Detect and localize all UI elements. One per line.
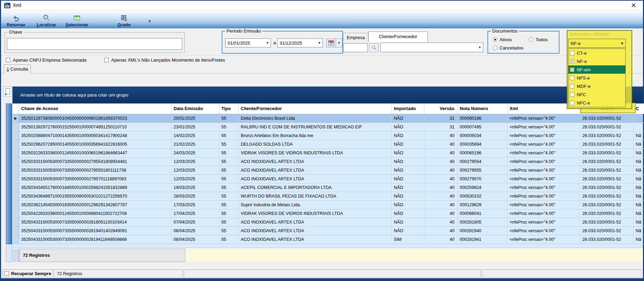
date-from-field[interactable]: 01/01/2025 ▼ xyxy=(225,38,271,47)
column-header-chave-de-acesso[interactable]: Chave de Acesso xyxy=(19,103,171,114)
calendar-button[interactable]: 30 xyxy=(326,38,336,47)
table-row[interactable]: 3525042263333600012455001000066041150272… xyxy=(12,209,643,218)
grid-icon xyxy=(120,14,128,22)
table-cell xyxy=(634,123,644,132)
table-row[interactable]: 3525043315005300073355000000281940140284… xyxy=(12,227,643,235)
table-cell: 26.033.020/0001-52 xyxy=(580,175,634,183)
chave-input[interactable] xyxy=(7,38,182,50)
magnifier-icon xyxy=(43,14,50,22)
modelo-option-mdf-e[interactable]: MDF-e xyxy=(568,82,625,90)
table-row[interactable]: 3525033315005300073355000000279570111889… xyxy=(12,175,643,183)
vertical-scrollbar[interactable] xyxy=(6,103,12,244)
search-button[interactable] xyxy=(369,43,378,52)
table-cell: 3525033315005300073355000000279570111889… xyxy=(19,175,171,183)
modelo-option-nf-e[interactable]: ✓NF-e xyxy=(568,57,625,65)
table-row[interactable]: 3525032263333600012455001000065196186466… xyxy=(12,149,643,157)
row-indicator xyxy=(12,235,19,244)
table-cell: 3525043315005300073355000000281805113010… xyxy=(19,218,171,227)
table-row[interactable]: 3525020888047100014355001000005034141790… xyxy=(12,132,643,140)
table-cell: 26.033.020/0001-52 xyxy=(580,209,634,218)
tab-cliente-fornecedor[interactable]: Cliente/Fornecedor xyxy=(368,31,428,42)
checkbox-icon[interactable] xyxy=(570,92,574,97)
table-cell: 55 xyxy=(219,235,239,244)
table-cell: <nfeProc versao="4.00" xyxy=(508,175,580,183)
modelo-option-nf-em[interactable]: NF-em xyxy=(568,65,625,74)
cliente-combo[interactable]: ▼ xyxy=(380,43,483,52)
table-cell: NÃO xyxy=(392,140,424,149)
chevron-down-icon[interactable]: ▼ xyxy=(264,41,271,45)
checkbox-icon[interactable] xyxy=(570,101,574,105)
modelo-option-nfs-e[interactable]: NFS-e xyxy=(568,74,625,82)
table-row[interactable]: 3525029620729500014055001000035694182281… xyxy=(12,140,643,149)
modelo-option-nfc[interactable]: NFC xyxy=(568,90,625,99)
table-cell: ACEPIL COMERCIAL E IMPORTADORA LTDA xyxy=(239,183,392,192)
radio-ativos[interactable]: Ativos xyxy=(493,37,512,42)
column-header-versao[interactable]: Versão xyxy=(424,103,458,114)
table-row[interactable]: ▶352501287380800001045500000006018618583… xyxy=(12,114,643,123)
radio-icon[interactable] xyxy=(529,37,533,42)
checkbox-icon[interactable] xyxy=(6,58,10,62)
table-cell: NÃO xyxy=(392,175,424,183)
tab-consulta[interactable]: 1 Consulta xyxy=(4,64,31,74)
table-row[interactable]: 3525043315005300073355000000281941164950… xyxy=(12,235,643,244)
empresa-code-input[interactable] xyxy=(343,43,368,52)
table-cell: 12/03/2025 xyxy=(171,175,219,183)
checkbox-icon[interactable] xyxy=(5,271,9,276)
selecionar-button[interactable]: Selecionar xyxy=(65,14,88,27)
checkbox-icon[interactable] xyxy=(570,67,574,72)
checkbox-apenas-xml[interactable]: Apenas XML's Não Lançados Movimento de I… xyxy=(104,57,225,63)
table-row[interactable]: 3525033315005300073355000000279555180111… xyxy=(12,166,643,175)
modelo-combo[interactable]: NF-e ▼ xyxy=(568,39,626,48)
calendar-dropdown-button[interactable]: ▼ xyxy=(336,38,342,47)
table-cell: 14/02/2025 xyxy=(171,132,219,140)
checkbox-apenas-xml-label: Apenas XML's Não Lançados Movimento de I… xyxy=(111,57,225,63)
table-row[interactable]: 3525013929727900015255001000007495125011… xyxy=(12,123,643,132)
table-cell: ACO INOXIDAVEL ARTEX LTDA xyxy=(239,166,392,175)
table-row[interactable]: 3525034345517900018455001000259824155183… xyxy=(12,183,643,192)
column-header-nota-numero[interactable]: Nota Número xyxy=(458,103,508,114)
chevron-down-icon[interactable]: ▼ xyxy=(619,42,625,45)
table-cell: ACO INOXIDAVEL ARTEX LTDA xyxy=(239,235,392,244)
radio-icon[interactable] xyxy=(493,37,497,42)
radio-todos[interactable]: Todos xyxy=(529,37,548,42)
column-header-tipo[interactable]: Tipo xyxy=(219,103,239,114)
column-header-cliente-fornecedor[interactable]: Cliente/Fornecedor xyxy=(239,103,392,114)
radio-cancelados[interactable]: Cancelados xyxy=(493,45,523,51)
tab-empresa[interactable]: Empresa xyxy=(343,33,368,42)
checkbox-icon[interactable] xyxy=(570,84,574,89)
checkbox-icon[interactable]: ✓ xyxy=(570,59,574,64)
checkbox-icon[interactable] xyxy=(570,76,574,80)
chevron-down-icon[interactable]: ▼ xyxy=(316,41,323,45)
grade-button[interactable]: Grade xyxy=(113,14,135,27)
table-row[interactable]: 3525036214545300016355002000129629134260… xyxy=(12,201,643,209)
column-header-c[interactable]: C xyxy=(634,103,644,114)
table-row[interactable]: 3525043315005300073355000000281805113010… xyxy=(12,218,643,227)
column-header-importado[interactable]: Importado xyxy=(392,103,424,114)
modelo-option-ct-e[interactable]: CT-e xyxy=(568,49,625,57)
grid-customize-button[interactable] xyxy=(3,87,12,97)
group-by-band[interactable]: Arraste um título de coluna aqui para cr… xyxy=(12,87,643,103)
radio-icon[interactable] xyxy=(493,46,497,50)
table-cell: <nfeProc versao="4.00" xyxy=(508,166,580,175)
checkbox-icon[interactable] xyxy=(570,51,574,55)
table-cell: NÃO xyxy=(392,132,424,140)
table-row[interactable]: 3525034364897100015555008000530102127225… xyxy=(12,192,643,201)
table-cell: NÃO xyxy=(392,149,424,157)
checkbox-apenas-cnpj[interactable]: Apenas CNPJ Empresa Selecionada xyxy=(6,57,86,63)
localizar-button[interactable]: Localizar xyxy=(35,14,58,27)
table-cell: 40 xyxy=(424,183,458,192)
toolbar-dropdown-icon[interactable]: ▼ xyxy=(148,19,151,23)
recuperar-sempre-checkbox[interactable]: Recuperar Sempre xyxy=(2,269,53,278)
retornar-button[interactable]: Retornar xyxy=(5,14,27,27)
modelo-option-nfc-e[interactable]: NFC-e xyxy=(568,99,625,107)
close-icon[interactable]: ✕ xyxy=(629,1,638,10)
table-row[interactable]: 3525033315005300073355000000279554180893… xyxy=(12,157,643,166)
chevron-down-icon[interactable]: ▼ xyxy=(477,46,483,49)
column-header-data-emissao[interactable]: Data Emissão xyxy=(171,103,219,114)
date-to-field[interactable]: 31/12/2025 ▼ xyxy=(277,38,323,47)
checkbox-icon[interactable] xyxy=(104,58,109,62)
table-cell: 31 xyxy=(424,123,458,132)
table-cell: 26.033.020/0001-52 xyxy=(580,132,634,140)
app-window: Xml ✕ Retornar Localizar Selecionar xyxy=(1,1,643,278)
grid-body: ▶352501287380800001045500000006018618583… xyxy=(12,114,643,244)
